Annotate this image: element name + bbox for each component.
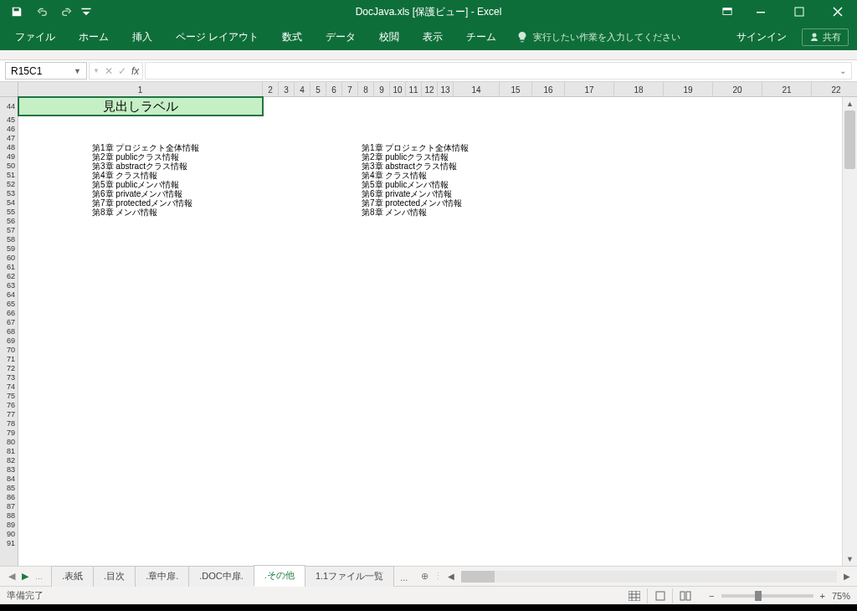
column-header[interactable]: 19 [664, 82, 713, 96]
column-header[interactable]: 9 [374, 82, 390, 96]
row-header[interactable]: 80 [0, 438, 18, 447]
page-layout-view-button[interactable] [647, 588, 672, 603]
row-header[interactable]: 58 [0, 235, 18, 244]
column-header[interactable]: 4 [295, 82, 310, 96]
scroll-down-button[interactable]: ▼ [843, 552, 857, 566]
hscroll-left[interactable]: ◀ [444, 572, 458, 581]
save-button[interactable] [5, 2, 28, 22]
row-header[interactable]: 77 [0, 410, 18, 419]
page-break-view-button[interactable] [672, 588, 697, 603]
row-header[interactable]: 86 [0, 493, 18, 502]
share-button[interactable]: 共有 [802, 28, 849, 46]
column-header[interactable]: 14 [454, 82, 500, 96]
row-header[interactable]: 63 [0, 281, 18, 290]
expand-formula-bar-icon[interactable]: ⌄ [839, 66, 846, 75]
row-header[interactable]: 75 [0, 392, 18, 401]
row-header[interactable]: 82 [0, 456, 18, 465]
row-header[interactable]: 81 [0, 447, 18, 456]
column-header[interactable]: 6 [326, 82, 342, 96]
hscroll-right[interactable]: ▶ [840, 572, 854, 581]
row-header[interactable]: 61 [0, 263, 18, 272]
sheet-tab[interactable]: .DOC中扉. [188, 566, 254, 587]
tab-file[interactable]: ファイル [3, 23, 67, 50]
sheet-canvas[interactable]: 見出しラベル 第1章 プロジェクト全体情報第2章 publicクラス情報第3章 … [18, 97, 842, 566]
column-header[interactable]: 1 [18, 82, 263, 96]
column-header[interactable]: 10 [390, 82, 406, 96]
name-box[interactable]: R15C1 ▼ [5, 62, 87, 80]
signin-link[interactable]: サインイン [728, 30, 795, 44]
row-header[interactable]: 71 [0, 355, 18, 364]
row-header[interactable]: 90 [0, 530, 18, 539]
sheet-tab-more[interactable]: ... [393, 569, 414, 586]
column-header[interactable]: 17 [565, 82, 614, 96]
row-header[interactable]: 48 [0, 143, 18, 152]
row-header[interactable]: 53 [0, 189, 18, 198]
minimize-button[interactable] [742, 0, 780, 23]
column-header[interactable]: 18 [614, 82, 664, 96]
select-all-corner[interactable] [0, 82, 18, 96]
zoom-out-button[interactable]: − [709, 591, 714, 601]
column-header[interactable]: 7 [342, 82, 358, 96]
row-header[interactable]: 54 [0, 198, 18, 208]
new-sheet-button[interactable]: ⊕ [414, 567, 434, 586]
sheet-nav-prev[interactable]: ◀ [8, 571, 15, 582]
sheet-tab[interactable]: .章中扉. [135, 566, 189, 587]
normal-view-button[interactable] [622, 588, 647, 603]
ribbon-display-options-button[interactable] [713, 0, 742, 23]
row-header[interactable]: 45 [0, 116, 18, 125]
sheet-tab[interactable]: .表紙 [51, 566, 94, 587]
vertical-scrollbar[interactable]: ▲ ▼ [842, 97, 857, 566]
zoom-knob[interactable] [755, 591, 762, 601]
row-header[interactable]: 59 [0, 244, 18, 254]
column-header[interactable]: 11 [406, 82, 422, 96]
redo-button[interactable] [55, 2, 79, 22]
zoom-in-button[interactable]: + [820, 591, 825, 601]
heading-label-cell[interactable]: 見出しラベル [18, 97, 263, 116]
row-header[interactable]: 78 [0, 419, 18, 429]
formula-input[interactable]: ⌄ [145, 62, 852, 80]
worksheet-grid[interactable]: 4445464748495051525354555657585960616263… [0, 97, 857, 566]
row-header[interactable]: 46 [0, 125, 18, 134]
fx-button[interactable]: fx [131, 65, 139, 77]
tab-formulas[interactable]: 数式 [270, 23, 314, 50]
tab-review[interactable]: 校閲 [367, 23, 411, 50]
sheet-tab[interactable]: 1.1ファイル一覧 [305, 566, 394, 587]
tab-insert[interactable]: 挿入 [121, 23, 164, 50]
qat-customize-button[interactable] [80, 2, 92, 22]
undo-button[interactable] [30, 2, 54, 22]
column-header[interactable]: 20 [713, 82, 762, 96]
tab-data[interactable]: データ [314, 23, 367, 50]
tab-home[interactable]: ホーム [67, 23, 121, 50]
row-header[interactable]: 68 [0, 327, 18, 336]
row-header[interactable]: 84 [0, 475, 18, 484]
column-header[interactable]: 12 [422, 82, 438, 96]
row-header[interactable]: 51 [0, 171, 18, 180]
row-header[interactable]: 50 [0, 162, 18, 171]
row-header[interactable]: 79 [0, 429, 18, 438]
maximize-button[interactable] [780, 0, 819, 23]
sheet-nav-next[interactable]: ▶ [22, 571, 28, 582]
tab-team[interactable]: チーム [454, 23, 508, 50]
row-header[interactable]: 72 [0, 364, 18, 373]
tab-page-layout[interactable]: ページ レイアウト [164, 23, 270, 50]
column-header[interactable]: 16 [532, 82, 565, 96]
column-header[interactable]: 2 [263, 82, 279, 96]
row-header[interactable]: 56 [0, 217, 18, 226]
row-header[interactable]: 91 [0, 539, 18, 548]
column-header[interactable]: 13 [438, 82, 454, 96]
zoom-level[interactable]: 75% [832, 591, 850, 601]
row-header[interactable]: 65 [0, 300, 18, 309]
horizontal-scrollbar[interactable]: ◀ ▶ [441, 567, 857, 586]
row-header[interactable]: 60 [0, 254, 18, 263]
row-header[interactable]: 52 [0, 180, 18, 189]
cancel-button[interactable]: ✕ [105, 65, 113, 77]
column-header[interactable]: 3 [279, 82, 295, 96]
column-header[interactable]: 15 [500, 82, 532, 96]
scroll-thumb[interactable] [844, 110, 855, 169]
row-header[interactable]: 74 [0, 382, 18, 392]
row-header[interactable]: 67 [0, 318, 18, 327]
row-header[interactable]: 64 [0, 290, 18, 300]
row-header[interactable]: 88 [0, 511, 18, 521]
row-header[interactable]: 49 [0, 152, 18, 162]
formula-dropdown-icon[interactable]: ▼ [93, 67, 100, 74]
